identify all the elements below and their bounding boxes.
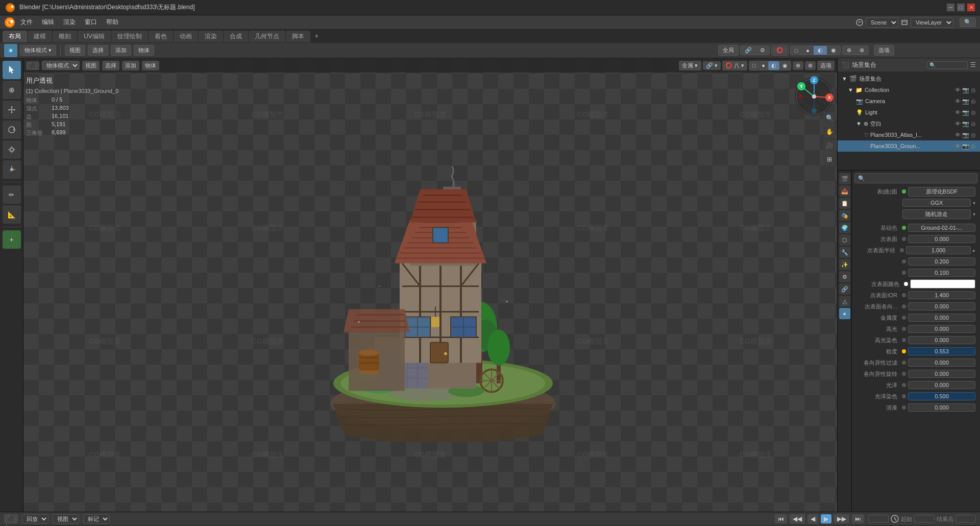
tab-uv[interactable]: UV编辑 xyxy=(78,31,111,42)
viewport-mode-select[interactable]: 物体模式 xyxy=(42,61,80,70)
camera-tool-icon[interactable]: 🎥 xyxy=(823,139,836,152)
wireframe-shading[interactable]: □ xyxy=(791,46,802,55)
viewport-options[interactable]: 选项 xyxy=(874,45,894,56)
subsurface-value[interactable]: 0.000 xyxy=(908,235,975,243)
prop-scene-icon[interactable]: 🎭 xyxy=(839,210,850,221)
vp-rendered[interactable]: ◉ xyxy=(779,61,791,70)
tool-move[interactable] xyxy=(3,101,21,119)
vp-global-toggle[interactable]: 全属 ▾ xyxy=(679,61,701,70)
mode-dropdown[interactable]: 物体模式 ▾ xyxy=(20,45,56,56)
add-workspace-button[interactable]: + xyxy=(311,31,323,41)
frame-end-input[interactable]: 250 xyxy=(955,515,976,523)
grid-tool-icon[interactable]: ⊞ xyxy=(823,153,836,165)
add-menu[interactable]: 添加 xyxy=(111,45,131,56)
hand-tool-icon[interactable]: ✋ xyxy=(823,126,836,138)
outliner-light[interactable]: 💡 Light 👁 📷 ◎ xyxy=(838,107,980,118)
object-menu[interactable]: 物体 xyxy=(134,45,154,56)
sheen-tint-value[interactable]: 0.500 xyxy=(908,392,975,400)
prop-view-layer-icon[interactable]: 📋 xyxy=(839,198,850,209)
ground-render-icon[interactable]: 📷 xyxy=(962,143,969,150)
tab-compositing[interactable]: 合成 xyxy=(224,31,248,42)
vp-proportional[interactable]: ⭕ 八 ▾ xyxy=(722,61,747,70)
viewport-view-menu[interactable]: 视图 xyxy=(82,61,100,70)
light-render-icon[interactable]: 📷 xyxy=(962,109,969,116)
current-frame-input[interactable]: 1 xyxy=(868,515,889,523)
viewport-add-menu[interactable]: 添加 xyxy=(122,61,139,70)
material-shading[interactable]: ◐ xyxy=(814,46,827,55)
atlas-visibility-icon[interactable]: 👁 xyxy=(955,132,961,138)
properties-search[interactable] xyxy=(854,173,977,183)
sheen-value[interactable]: 0.000 xyxy=(908,381,975,389)
tool-measure[interactable]: 📐 xyxy=(3,205,21,224)
overlay-toggle[interactable]: ⊕ xyxy=(843,46,855,55)
tab-animation[interactable]: 动画 xyxy=(174,31,198,42)
tab-texture[interactable]: 纹理绘制 xyxy=(111,31,148,42)
subsurface-ior-value[interactable]: 1.400 xyxy=(908,291,975,299)
prop-constraints-icon[interactable]: 🔗 xyxy=(839,283,850,295)
tab-rendering[interactable]: 渲染 xyxy=(199,31,223,42)
ground-visibility-icon[interactable]: 👁 xyxy=(955,143,961,150)
atlas-render-icon[interactable]: 📷 xyxy=(962,132,969,138)
timeline-editor-type[interactable]: ⬛ xyxy=(4,514,18,523)
proportional-edit[interactable]: ⭕ xyxy=(772,46,788,55)
collection-select-icon[interactable]: ◎ xyxy=(971,87,976,93)
jump-end-button[interactable]: ⏭ xyxy=(852,514,864,523)
prop-physics-icon[interactable]: ⚙ xyxy=(839,271,850,282)
rendered-shading[interactable]: ◉ xyxy=(827,46,840,55)
vp-options-btn[interactable]: 选项 xyxy=(817,61,835,70)
specular-value[interactable]: 0.000 xyxy=(908,325,975,333)
camera-render-icon[interactable]: 📷 xyxy=(962,98,969,105)
search-button[interactable]: 🔍 xyxy=(960,17,976,27)
prev-keyframe-button[interactable]: ◀◀ xyxy=(790,514,805,523)
outliner-collection[interactable]: ▼ 📁 Collection 👁 📷 ◎ xyxy=(838,84,980,95)
outliner-search[interactable] xyxy=(927,61,968,69)
snap-magnet[interactable]: 🔗 xyxy=(741,46,756,55)
vp-snap[interactable]: 🔗 ▾ xyxy=(703,61,721,70)
camera-visibility-icon[interactable]: 👁 xyxy=(955,98,961,105)
timeline-view-dropdown[interactable]: 视图 xyxy=(53,514,79,523)
jump-start-button[interactable]: ⏮ xyxy=(775,514,787,523)
play-button[interactable]: ▶ xyxy=(821,514,831,523)
tool-select[interactable] xyxy=(3,61,21,79)
close-button[interactable]: ✕ xyxy=(967,4,975,11)
menu-file[interactable]: 文件 xyxy=(16,17,37,28)
subsurface-aniso-value[interactable]: 0.000 xyxy=(908,302,975,310)
outliner-plane-atlas[interactable]: ▽ Plane3033_Atlas_l... 👁 📷 ◎ xyxy=(838,129,980,140)
collection-render-icon[interactable]: 📷 xyxy=(962,87,969,93)
vp-wireframe[interactable]: □ xyxy=(749,61,759,70)
specular-tint-value[interactable]: 0.000 xyxy=(908,336,975,344)
tab-modeling[interactable]: 建模 xyxy=(28,31,52,42)
global-local-toggle[interactable]: 全局 xyxy=(718,45,739,56)
prop-object-icon[interactable]: ⬡ xyxy=(839,234,850,246)
subsurface-method-value[interactable]: 随机游走 xyxy=(902,209,971,219)
vp-solid[interactable]: ● xyxy=(758,61,768,70)
collection-visibility-icon[interactable]: 👁 xyxy=(955,87,961,93)
tab-shading[interactable]: 着色 xyxy=(149,31,173,42)
view-menu[interactable]: 视图 xyxy=(65,45,85,56)
anisotropic-value[interactable]: 0.000 xyxy=(908,358,975,367)
menu-render[interactable]: 渲染 xyxy=(59,17,80,28)
vp-overlay-btn[interactable]: ⊕ xyxy=(793,61,803,70)
tab-geonodes[interactable]: 几何节点 xyxy=(249,31,285,42)
prop-world-icon[interactable]: 🌍 xyxy=(839,222,850,233)
timeline-label-dropdown[interactable]: 标记 xyxy=(83,514,110,523)
select-menu[interactable]: 选择 xyxy=(88,45,108,56)
camera-select-icon[interactable]: ◎ xyxy=(971,98,976,105)
metallic-value[interactable]: 0.000 xyxy=(908,314,975,322)
gizmo-toggle[interactable]: ⊗ xyxy=(855,46,868,55)
subsurface-radius2-value[interactable]: 0.200 xyxy=(908,257,975,266)
tool-transform[interactable] xyxy=(3,160,21,179)
light-select-icon[interactable]: ◎ xyxy=(971,109,976,116)
tool-rotate[interactable] xyxy=(3,121,21,139)
menu-edit[interactable]: 编辑 xyxy=(38,17,58,28)
empty-select-icon[interactable]: ◎ xyxy=(971,121,976,127)
menu-window[interactable]: 窗口 xyxy=(81,17,101,28)
tool-annotate[interactable]: ✏ xyxy=(3,185,21,204)
ground-select-icon[interactable]: ◎ xyxy=(971,143,976,150)
frame-start-input[interactable]: 1 xyxy=(914,515,935,523)
tab-layout[interactable]: 布局 xyxy=(3,31,27,42)
tool-cursor[interactable]: ⊕ xyxy=(3,81,21,99)
prop-output-icon[interactable]: 📤 xyxy=(839,185,850,197)
timeline-playback-dropdown[interactable]: 回放 xyxy=(22,514,48,523)
zoom-in-icon[interactable]: 🔍 xyxy=(823,112,836,124)
